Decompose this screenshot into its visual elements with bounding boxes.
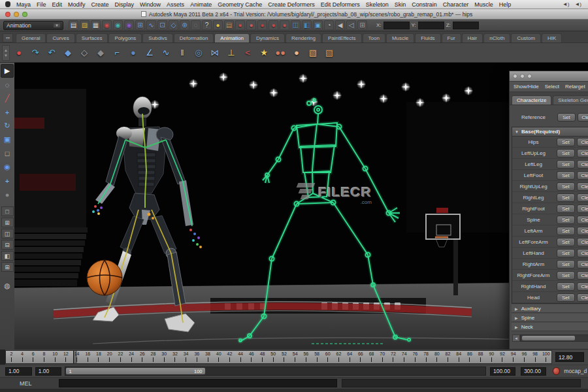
timeline-ruler[interactable]: 2 4 6 8 10 12 [5, 350, 552, 364]
close-window-icon[interactable] [5, 12, 10, 17]
playback-start-field[interactable]: 1.00 [35, 367, 62, 376]
timeline-tick[interactable]: 70 [377, 351, 388, 363]
status-icon[interactable]: ◁ [346, 20, 356, 30]
command-line-input[interactable] [59, 379, 337, 387]
hik-menu-item[interactable]: Select [545, 84, 559, 90]
timeline-tick[interactable]: 24 [126, 351, 137, 363]
tool-icon[interactable]: ◉ [1, 160, 14, 174]
timeline-tick[interactable]: 2 [6, 351, 17, 363]
base-required-header[interactable]: ▼ Base(Required) [512, 127, 588, 137]
set-button[interactable]: Set [557, 149, 575, 157]
set-button[interactable]: Set [557, 293, 575, 302]
timeline-tick[interactable]: 18 [93, 351, 105, 363]
shelf-icon[interactable]: ▧ [306, 46, 320, 60]
layout-button[interactable]: ⊟ [1, 240, 14, 250]
collapsed-section-header[interactable]: ▶ Spine [512, 314, 588, 322]
timeline-tick[interactable]: 32 [170, 351, 181, 363]
hik-title-bar[interactable]: HIK [510, 71, 588, 82]
timeline-tick[interactable]: 52 [279, 351, 290, 363]
timeline-tick[interactable]: 94 [508, 351, 519, 363]
clear-button[interactable]: Clear [577, 160, 588, 169]
coordinate-field[interactable] [384, 22, 410, 29]
hik-minimize-icon[interactable] [520, 74, 525, 78]
shelf-tab[interactable]: Toon [363, 33, 385, 42]
clear-button[interactable]: Clear [577, 282, 588, 291]
coordinate-field[interactable] [453, 22, 479, 29]
timeline-tick[interactable]: 72 [388, 351, 399, 363]
set-button[interactable]: Set [557, 282, 575, 291]
shelf-tab[interactable]: PaintEffects [322, 33, 362, 42]
menu-item[interactable]: Modify [68, 1, 86, 8]
shelf-tab[interactable]: Surfaces [76, 33, 108, 42]
status-icon[interactable]: ◔ [324, 20, 334, 30]
timeline-tick[interactable]: 48 [257, 351, 268, 363]
tool-icon[interactable]: + [1, 174, 14, 188]
timeline-tick[interactable]: 68 [366, 351, 377, 363]
timeline-tick[interactable]: 6 [27, 351, 39, 363]
shelf-tab[interactable]: Fur [442, 33, 461, 42]
minimize-window-icon[interactable] [14, 12, 19, 17]
status-icon[interactable]: ● [213, 20, 223, 30]
hik-panel-window[interactable]: HIK Show/Hide Select Retarget Contr Ch [509, 71, 588, 350]
shelf-tab[interactable]: Hair [462, 33, 483, 42]
render-sphere-icon[interactable]: ◍ [4, 282, 10, 290]
status-icon[interactable]: ● [235, 20, 245, 30]
set-button[interactable]: Set [557, 271, 575, 280]
status-icon[interactable]: ∿ [146, 20, 156, 30]
timeline-tick[interactable]: 80 [431, 351, 442, 363]
clear-button[interactable]: Clear [577, 227, 588, 235]
tool-icon[interactable]: + [1, 105, 14, 119]
timeline-tick[interactable]: 28 [148, 351, 159, 363]
collapsed-section-header[interactable]: ▶ Auxiliary [512, 304, 588, 313]
clear-button[interactable]: Clear [577, 182, 588, 191]
status-icon[interactable]: ⊕ [180, 20, 189, 30]
scroll-left-icon[interactable]: ◄ [512, 335, 520, 342]
status-icon[interactable]: ▦ [91, 20, 101, 30]
clear-button[interactable]: Clear [578, 113, 588, 122]
status-icon[interactable]: ⊞ [357, 20, 367, 30]
timeline-tick[interactable]: 42 [224, 351, 235, 363]
menu-item[interactable]: Assets [167, 1, 184, 8]
status-icon[interactable]: ● [269, 20, 278, 30]
shelf-icon[interactable]: ● [289, 46, 304, 60]
timeline-tick[interactable]: 60 [322, 351, 333, 363]
timeline-tick[interactable]: 64 [344, 351, 355, 363]
layout-button[interactable]: ⊞ [1, 262, 14, 272]
timeline-tick[interactable]: 38 [203, 351, 214, 363]
status-icon[interactable]: ◉ [102, 20, 112, 30]
set-button[interactable]: Set [557, 193, 575, 202]
shelf-icon[interactable]: ▧ [322, 46, 336, 60]
timeline-tick[interactable]: 8 [39, 351, 50, 363]
set-button[interactable]: Set [557, 138, 575, 146]
shelf-tab[interactable]: Dynamics [250, 33, 285, 42]
timeline-playhead[interactable] [73, 351, 77, 363]
apple-menu-icon[interactable] [5, 1, 10, 7]
timeline-tick[interactable]: 66 [355, 351, 367, 363]
tool-icon[interactable]: ╱ [1, 91, 14, 105]
menu-item[interactable]: Constrain [412, 1, 437, 8]
clear-button[interactable]: Clear [577, 171, 588, 180]
menu-item[interactable]: Create [91, 1, 109, 8]
shelf-icon[interactable]: ∿ [159, 46, 173, 60]
shelf-icon[interactable]: ● [12, 46, 26, 60]
menu-item[interactable]: Character [443, 1, 469, 8]
timeline-tick[interactable]: 62 [333, 351, 344, 363]
tool-icon[interactable]: ▣ [1, 133, 14, 146]
menu-item[interactable]: Skin [395, 1, 406, 8]
shelf-tab[interactable]: Subdivs [142, 33, 172, 42]
timeline-tick[interactable]: 98 [530, 351, 541, 363]
timeline-tick[interactable]: 78 [421, 351, 432, 363]
auto-keyframe-toggle[interactable] [553, 367, 561, 375]
clear-button[interactable]: Clear [577, 193, 588, 202]
character-set-menu[interactable]: mocap_d [564, 368, 588, 374]
zoom-window-icon[interactable] [22, 12, 27, 17]
timeline-tick[interactable]: 74 [399, 351, 410, 363]
shelf-icon[interactable]: ∠ [142, 46, 157, 60]
menu-item[interactable]: Edit [52, 1, 63, 8]
menu-item[interactable]: Skeleton [366, 1, 389, 8]
hik-close-icon[interactable] [513, 74, 517, 78]
timeline-tick[interactable]: 50 [268, 351, 279, 363]
set-button[interactable]: Set [557, 182, 575, 191]
timeline-tick[interactable]: 92 [497, 351, 508, 363]
playback-end-field[interactable]: 100.00 [490, 367, 515, 376]
